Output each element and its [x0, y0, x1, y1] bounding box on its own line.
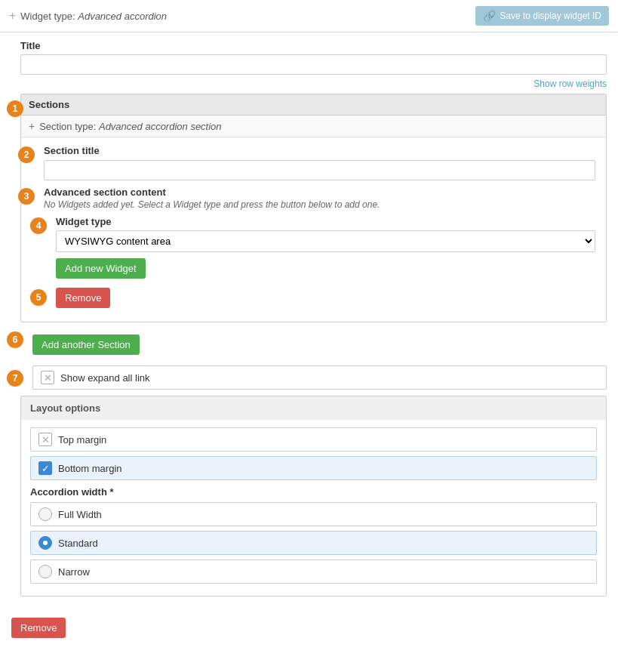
sections-header: Sections: [21, 94, 606, 115]
show-row-weights-row: Show row weights: [20, 78, 607, 89]
step-badge-1: 1: [7, 100, 23, 117]
save-widget-id-button[interactable]: 🔗 Save to display widget ID: [475, 6, 609, 26]
remove-section-button[interactable]: Remove: [56, 288, 110, 308]
show-expand-all-checkbox[interactable]: ✕: [41, 371, 54, 384]
bottom-margin-label: Bottom margin: [58, 463, 122, 474]
bottom-remove-button[interactable]: Remove: [11, 618, 66, 638]
drag-handle-icon: +: [9, 9, 16, 23]
top-margin-checkbox[interactable]: ✕: [38, 433, 52, 446]
show-expand-all-row[interactable]: ✕ Show expand all link: [32, 365, 607, 390]
top-margin-label: Top margin: [58, 434, 106, 445]
top-bar: + Widget type: Advanced accordion 🔗 Save…: [0, 0, 618, 32]
add-new-widget-button[interactable]: Add new Widget: [56, 258, 146, 279]
section-title-label: Section title: [44, 145, 595, 156]
section-inner-content: 2 Section title 3 Advanced section conte…: [21, 137, 606, 322]
widget-type-dropdown-label: Widget type: [56, 216, 595, 227]
radio-standard[interactable]: [38, 536, 52, 550]
title-field-group: Title: [20, 40, 607, 75]
step-badge-2: 2: [18, 146, 35, 163]
radio-full-width-label: Full Width: [58, 509, 102, 520]
title-input[interactable]: [20, 54, 607, 75]
radio-narrow[interactable]: [38, 565, 52, 578]
bottom-margin-row[interactable]: ✓ Bottom margin: [30, 456, 597, 480]
title-label: Title: [20, 40, 607, 51]
sections-body: + Section type: Advanced accordion secti…: [21, 115, 606, 322]
radio-full-width[interactable]: [38, 507, 52, 521]
radio-narrow-label: Narrow: [58, 566, 90, 578]
no-widgets-text: No Widgets added yet. Select a Widget ty…: [44, 199, 595, 210]
radio-standard-label: Standard: [58, 538, 98, 549]
step-badge-3: 3: [18, 188, 35, 205]
step-badge-7: 7: [7, 370, 23, 387]
show-row-weights-link[interactable]: Show row weights: [533, 79, 607, 89]
add-another-section-button[interactable]: Add another Section: [32, 334, 140, 355]
radio-full-width-row[interactable]: Full Width: [30, 502, 597, 526]
accordion-width-label: Accordion width *: [30, 486, 597, 498]
layout-options-header: Layout options: [21, 396, 606, 420]
section-title-input[interactable]: [44, 160, 595, 180]
bottom-margin-checkbox[interactable]: ✓: [38, 461, 52, 475]
section-drag-icon: +: [29, 120, 35, 132]
top-margin-row[interactable]: ✕ Top margin: [30, 427, 597, 452]
link-icon: 🔗: [483, 10, 496, 22]
advanced-section-content-label: Advanced section content: [44, 186, 595, 198]
sections-container: Sections + Section type: Advanced accord…: [20, 94, 607, 322]
widget-type-label: Widget type: Advanced accordion: [20, 11, 167, 22]
step-badge-4: 4: [30, 217, 47, 234]
step-badge-6: 6: [7, 331, 23, 348]
show-expand-all-label: Show expand all link: [60, 372, 150, 384]
section-type-bar: + Section type: Advanced accordion secti…: [21, 116, 606, 137]
layout-options-body: ✕ Top margin ✓ Bottom margin Accordion w…: [21, 420, 606, 596]
radio-narrow-row[interactable]: Narrow: [30, 559, 597, 584]
radio-standard-row[interactable]: Standard: [30, 531, 597, 555]
layout-options-section: Layout options ✕ Top margin ✓ Bottom mar…: [20, 396, 607, 596]
step-badge-5: 5: [30, 289, 47, 306]
widget-type-select[interactable]: WYSIWYG content area Text Image: [56, 230, 595, 252]
accordion-width-group: Accordion width * Full Width Standard: [30, 486, 597, 584]
